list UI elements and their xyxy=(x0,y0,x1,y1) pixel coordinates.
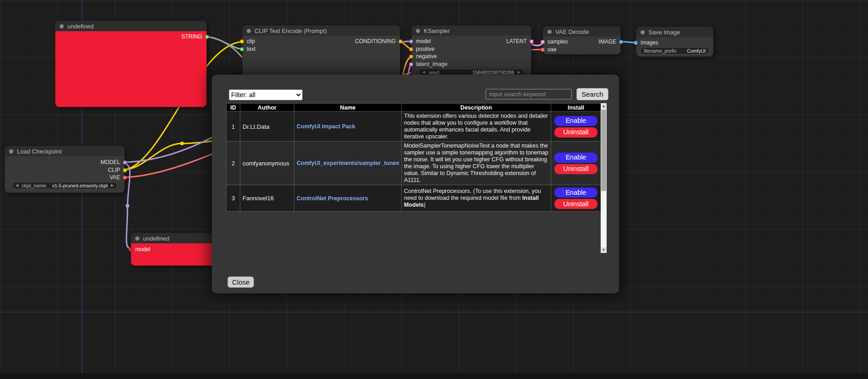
output-port-vae[interactable]: VAE xyxy=(110,174,127,181)
port-dot-icon[interactable] xyxy=(123,160,127,165)
port-dot-icon[interactable] xyxy=(409,62,413,66)
node-undefined-top[interactable]: undefined STRING xyxy=(55,21,207,107)
widget-value[interactable]: ComfyUI xyxy=(687,48,706,54)
extension-link[interactable]: ControlNet Preprocessors xyxy=(297,195,399,202)
node-canvas[interactable]: undefined STRING CLIP Text Encode (Promp… xyxy=(0,0,868,379)
table-row: 3 Fannovel16 ControlNet Preprocessors Co… xyxy=(227,185,601,212)
scroll-thumb[interactable] xyxy=(601,110,606,191)
port-dot-icon[interactable] xyxy=(205,35,209,39)
table-row: 2 comfyanonymous ComfyUI_experiments/sam… xyxy=(227,142,601,185)
node-title: CLIP Text Encode (Prompt) xyxy=(254,27,327,34)
node-titlebar[interactable]: Load Checkpoint xyxy=(5,146,125,156)
node-load-checkpoint[interactable]: Load Checkpoint MODEL CLIP VAE ◀ ckpt_na… xyxy=(5,146,125,193)
collapse-dot-icon[interactable] xyxy=(247,29,251,33)
enable-button[interactable]: Enable xyxy=(554,187,597,198)
port-dot-icon[interactable] xyxy=(409,39,413,44)
collapse-dot-icon[interactable] xyxy=(9,149,13,154)
node-body xyxy=(55,31,207,107)
port-label: LATENT xyxy=(506,38,527,44)
widget-label: filename_prefix xyxy=(644,48,676,54)
collapse-dot-icon[interactable] xyxy=(60,24,64,28)
header-install: Install xyxy=(551,104,601,112)
node-titlebar[interactable]: undefined xyxy=(55,21,207,31)
node-titlebar[interactable]: VAE Decode xyxy=(543,26,621,37)
prev-value-arrow-icon[interactable]: ◀ xyxy=(16,182,18,189)
node-titlebar[interactable]: CLIP Text Encode (Prompt) xyxy=(242,25,400,36)
output-port-string[interactable]: STRING xyxy=(182,33,209,40)
cell-name: ComfyUI_experiments/sampler_tonemap xyxy=(294,142,402,185)
enable-button[interactable]: Enable xyxy=(554,116,597,126)
scroll-up-arrow-icon[interactable]: ▲ xyxy=(601,103,607,109)
input-port-vae[interactable]: vae xyxy=(541,46,556,53)
input-port-model[interactable]: model xyxy=(409,38,431,44)
scroll-down-arrow-icon[interactable]: ▼ xyxy=(601,247,607,253)
node-title: Save Image xyxy=(648,29,680,36)
port-label: model xyxy=(135,246,150,253)
port-label: STRING xyxy=(182,33,202,40)
extension-link[interactable]: ComfyUI Impact Pack xyxy=(297,123,399,130)
uninstall-button[interactable]: Uninstall xyxy=(554,127,597,137)
collapse-dot-icon[interactable] xyxy=(547,30,552,34)
port-label: IMAGE xyxy=(598,38,616,45)
port-label: negative xyxy=(416,53,437,60)
input-port-model[interactable]: model xyxy=(128,246,150,253)
output-port-latent[interactable]: LATENT xyxy=(506,38,534,44)
input-port-samples[interactable]: samples xyxy=(541,38,568,45)
port-dot-icon[interactable] xyxy=(123,176,127,180)
input-port-negative[interactable]: negative xyxy=(409,53,437,60)
collapse-dot-icon[interactable] xyxy=(416,29,420,33)
port-dot-icon[interactable] xyxy=(240,47,244,51)
input-port-text[interactable]: text xyxy=(240,46,255,52)
filename-prefix-widget[interactable]: filename_prefix ComfyUI xyxy=(640,47,709,55)
ckpt-name-widget[interactable]: ◀ ckpt_name v1-5-pruned-emaonly.ckpt ▶ xyxy=(12,182,117,189)
cell-id: 1 xyxy=(227,112,240,142)
search-button[interactable]: Search xyxy=(576,88,608,100)
node-titlebar[interactable]: KSampler xyxy=(411,25,531,36)
widget-value[interactable]: v1-5-pruned-emaonly.ckpt xyxy=(52,183,108,188)
port-label: VAE xyxy=(110,174,120,181)
port-dot-icon[interactable] xyxy=(123,168,127,172)
node-save-image[interactable]: Save Image images filename_prefix ComfyU… xyxy=(636,27,713,57)
collapse-dot-icon[interactable] xyxy=(641,30,645,34)
cell-id: 3 xyxy=(227,185,240,212)
port-dot-icon[interactable] xyxy=(530,39,534,44)
enable-button[interactable]: Enable xyxy=(554,153,597,163)
port-dot-icon[interactable] xyxy=(619,40,623,44)
port-label: positive xyxy=(416,46,435,52)
input-port-positive[interactable]: positive xyxy=(409,46,435,52)
description-text: ControlNet Preprocessors. (To use this e… xyxy=(404,188,541,201)
port-label: vae xyxy=(547,46,556,53)
uninstall-button[interactable]: Uninstall xyxy=(554,199,597,209)
table-scrollbar[interactable]: ▲ ▼ xyxy=(601,103,607,253)
cell-name: ComfyUI Impact Pack xyxy=(294,112,402,142)
close-button[interactable]: Close xyxy=(227,276,254,288)
port-dot-icon[interactable] xyxy=(541,40,545,44)
input-port-clip[interactable]: clip xyxy=(240,38,255,44)
output-port-clip[interactable]: CLIP xyxy=(108,167,127,173)
port-dot-icon[interactable] xyxy=(541,48,545,52)
table-row: 1 Dr.Lt.Data ComfyUI Impact Pack This ex… xyxy=(227,112,601,142)
node-vae-decode[interactable]: VAE Decode samples vae IMAGE xyxy=(543,26,621,55)
port-dot-icon[interactable] xyxy=(409,55,413,59)
wire-string-text xyxy=(206,37,243,49)
wire-dot-model xyxy=(126,204,129,208)
port-dot-icon[interactable] xyxy=(409,47,413,51)
node-title: KSampler xyxy=(424,27,450,34)
output-port-model[interactable]: MODEL xyxy=(100,159,127,165)
port-dot-icon[interactable] xyxy=(634,41,638,45)
port-dot-icon[interactable] xyxy=(240,39,244,44)
search-input[interactable] xyxy=(486,89,572,99)
output-port-image[interactable]: IMAGE xyxy=(598,38,623,45)
output-port-conditioning[interactable]: CONDITIONING xyxy=(355,38,403,44)
port-dot-icon[interactable] xyxy=(128,247,133,252)
port-dot-icon[interactable] xyxy=(398,39,403,44)
filter-select[interactable]: Filter: all xyxy=(229,89,303,100)
input-port-images[interactable]: images xyxy=(634,39,658,46)
collapse-dot-icon[interactable] xyxy=(135,236,139,241)
input-port-latent-image[interactable]: latent_image xyxy=(409,61,448,67)
uninstall-button[interactable]: Uninstall xyxy=(554,164,597,174)
extension-link[interactable]: ComfyUI_experiments/sampler_tonemap xyxy=(297,160,399,166)
next-value-arrow-icon[interactable]: ▶ xyxy=(111,182,114,189)
port-label: samples xyxy=(547,38,568,45)
node-titlebar[interactable]: Save Image xyxy=(636,27,713,37)
